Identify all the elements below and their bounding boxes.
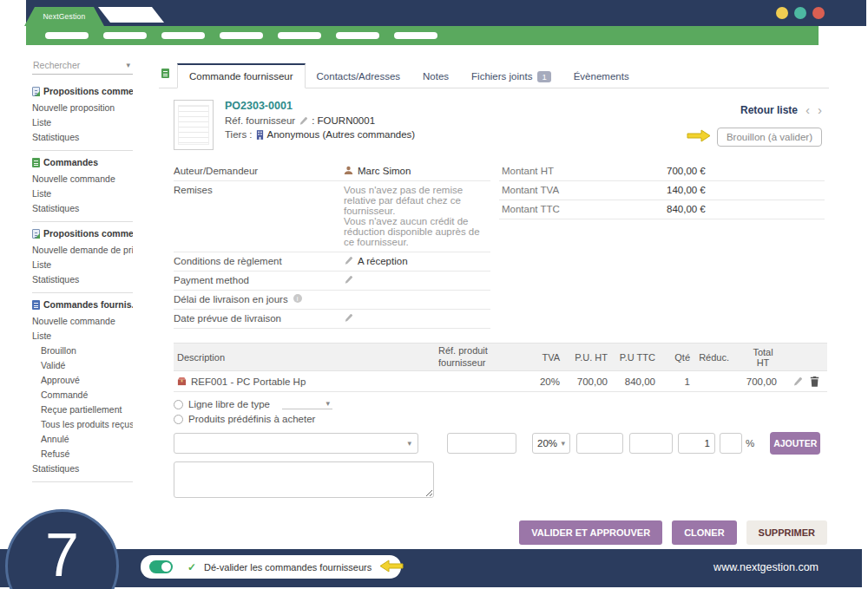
detail-label: Payment method <box>174 275 344 285</box>
qty-input[interactable] <box>678 433 715 454</box>
pu-ttc-input[interactable] <box>629 433 673 454</box>
product-total-ht: 700,00 <box>729 376 777 387</box>
toggle-switch-on[interactable] <box>149 560 173 573</box>
cloner-button[interactable]: CLONER <box>672 520 736 545</box>
col-pu-ttc: P.U TTC <box>608 352 655 363</box>
main-content: Commande fournisseur Contacts/Adresses N… <box>159 54 829 545</box>
col-pu-ht: P.U. HT <box>560 352 608 363</box>
sidebar-item-approuve[interactable]: Approuvé <box>32 372 133 387</box>
radio-ligne-libre[interactable] <box>174 400 183 409</box>
window-dot-green <box>794 7 806 19</box>
sidebar-item-statistiques[interactable]: Statistiques <box>32 200 133 215</box>
window-dot-red <box>812 7 825 19</box>
order-header: PO2303-0001 Réf. fournisseur : FOURN0001… <box>174 100 827 150</box>
trash-icon[interactable] <box>810 376 819 387</box>
col-tva: TVA <box>503 352 560 363</box>
order-details-table: Auteur/Demandeur Marc Simon Remises Vous… <box>174 162 490 329</box>
sidebar-item-annule[interactable]: Annulé <box>32 431 133 446</box>
nav-menu-item[interactable] <box>394 32 437 39</box>
valider-et-approuver-button[interactable]: VALIDER ET APPROUVER <box>519 520 662 545</box>
sidebar-item-statistiques[interactable]: Statistiques <box>32 129 133 144</box>
sidebar-item-tous-les-produits-recus[interactable]: Tous les produits reçus <box>32 416 133 431</box>
remises-line-1: Vous n'avez pas de remise relative par d… <box>344 185 490 216</box>
chevron-right-icon[interactable]: › <box>818 103 822 116</box>
window-dot-yellow <box>776 7 788 19</box>
chevron-left-icon[interactable]: ‹ <box>806 103 810 116</box>
tab-label: Évènements <box>574 71 629 82</box>
ref-produit-input[interactable] <box>447 433 516 454</box>
line-description-textarea[interactable] <box>174 461 434 498</box>
products-table: Description Réf. produit fournisseur TVA… <box>174 343 827 498</box>
info-icon[interactable] <box>293 294 302 303</box>
ajouter-button[interactable]: AJOUTER <box>770 432 820 455</box>
sidebar-section-title: Commandes fournis... <box>43 299 133 310</box>
sidebar-item-nouvelle-proposition[interactable]: Nouvelle proposition <box>32 100 133 115</box>
detail-row-remises: Remises Vous n'avez pas de remise relati… <box>174 181 490 252</box>
nav-menu-item[interactable] <box>103 32 147 39</box>
document-thumbnail[interactable] <box>174 100 214 150</box>
sidebar-search-select[interactable]: Rechercher ▾ <box>32 57 133 75</box>
sidebar-item-liste[interactable]: Liste <box>32 257 133 272</box>
tab-label: Contacts/Adresses <box>317 71 401 82</box>
brand-logo: NextGestion <box>24 7 104 26</box>
edit-pencil-icon[interactable] <box>344 275 353 285</box>
product-description[interactable]: REF001 - PC Portable Hp <box>191 376 306 387</box>
delivery-delay-value <box>344 294 490 304</box>
sidebar-item-statistiques[interactable]: Statistiques <box>32 272 133 286</box>
sidebar-section-title: Propositions comme... <box>43 228 133 239</box>
sidebar-section-propositions-1[interactable]: Propositions comme... <box>32 86 133 96</box>
tab-contacts-adresses[interactable]: Contacts/Adresses <box>306 65 412 88</box>
sidebar-item-liste[interactable]: Liste <box>32 115 133 129</box>
tab-notes[interactable]: Notes <box>411 65 460 88</box>
sidebar-item-statistiques[interactable]: Statistiques <box>32 461 133 475</box>
edit-pencil-icon[interactable] <box>344 313 353 323</box>
sidebar-item-valide[interactable]: Validé <box>32 357 133 372</box>
sidebar-item-refuse[interactable]: Refusé <box>32 446 133 461</box>
edit-pencil-icon[interactable] <box>344 256 353 265</box>
sidebar-item-nouvelle-commande[interactable]: Nouvelle commande <box>32 313 133 328</box>
nav-menu-item[interactable] <box>161 32 205 39</box>
sidebar-item-nouvelle-demande-de-prix[interactable]: Nouvelle demande de prix <box>32 242 133 257</box>
status-badge-brouillon[interactable]: Brouillon (à valider) <box>717 128 822 147</box>
chevron-down-icon: ▾ <box>407 439 411 448</box>
tab-evenements[interactable]: Évènements <box>562 65 641 88</box>
nav-menu-item[interactable] <box>45 32 89 39</box>
product-select[interactable]: ▾ <box>174 433 418 454</box>
chevron-down-icon: ▾ <box>561 439 565 448</box>
annotation-arrow-left-icon <box>379 560 404 575</box>
sidebar-item-liste[interactable]: Liste <box>32 328 133 343</box>
edit-pencil-icon[interactable] <box>792 376 803 387</box>
sidebar-divider <box>32 221 133 222</box>
line-type-select[interactable]: ▾ <box>282 399 332 409</box>
tab-commande-fournisseur[interactable]: Commande fournisseur <box>177 63 306 88</box>
product-row: REF001 - PC Portable Hp 20% 700,00 840,0… <box>174 371 827 392</box>
step-number: 7 <box>45 520 79 589</box>
col-ref-produit: Réf. produit fournisseur <box>438 345 503 370</box>
sidebar-section-commandes-fournisseurs[interactable]: Commandes fournis... <box>32 299 133 310</box>
nav-menu-item[interactable] <box>336 32 379 39</box>
radio-produits-predefinis[interactable] <box>174 415 183 424</box>
reduc-input[interactable] <box>720 433 742 454</box>
footer-setting-pill: ✓ Dé-valider les commandes fournisseurs <box>141 555 401 579</box>
tiers-value[interactable]: Anonymous (Autres commandes) <box>267 129 416 140</box>
detail-label: Remises <box>174 185 344 247</box>
sidebar-item-nouvelle-commande[interactable]: Nouvelle commande <box>32 171 133 186</box>
pu-ht-input[interactable] <box>576 433 623 454</box>
tab-fichiers-joints[interactable]: Fichiers joints1 <box>460 65 562 88</box>
amounts-table: Montant HT 700,00 € Montant TVA 140,00 €… <box>499 162 825 329</box>
sidebar-section-propositions-2[interactable]: Propositions comme... <box>32 228 133 239</box>
sidebar-section-commandes[interactable]: Commandes <box>32 157 133 167</box>
sidebar-item-liste[interactable]: Liste <box>32 186 133 200</box>
nav-menu-item[interactable] <box>278 32 321 39</box>
sidebar-item-brouillon[interactable]: Brouillon <box>32 343 133 357</box>
sidebar-item-recue-partiellement[interactable]: Reçue partiellement <box>32 402 133 416</box>
supprimer-button[interactable]: SUPPRIMER <box>746 520 827 545</box>
back-to-list-link[interactable]: Retour liste <box>740 104 798 116</box>
nav-menu-item[interactable] <box>220 32 263 39</box>
amount-row-tva: Montant TVA 140,00 € <box>499 181 825 200</box>
sidebar-item-commande[interactable]: Commandé <box>32 387 133 402</box>
tva-select[interactable]: 20% ▾ <box>532 433 570 454</box>
tiers-label: Tiers : <box>225 129 253 140</box>
action-buttons: VALIDER ET APPROUVER CLONER SUPPRIMER <box>174 520 827 545</box>
edit-pencil-icon[interactable] <box>299 116 308 126</box>
